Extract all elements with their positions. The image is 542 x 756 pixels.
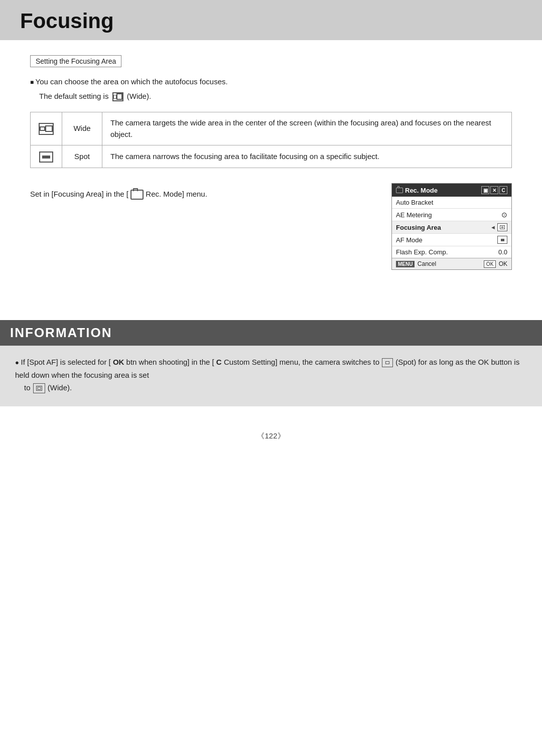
wide-icon-cell	[31, 112, 62, 145]
ae-metering-label: AE Metering	[396, 211, 432, 219]
information-content: If [Spot AF] is selected for [ OK btn wh…	[0, 346, 542, 406]
table-row: Wide The camera targets the wide area in…	[31, 112, 512, 145]
spot-description: The camera narrows the focusing area to …	[110, 152, 379, 161]
spot-focus-icon	[39, 152, 53, 163]
spot-label: Spot	[74, 152, 90, 161]
intro-text-line1: You can choose the area on which the aut…	[30, 76, 512, 88]
page-number-text: 《122》	[257, 431, 285, 440]
rec-mode-icon-d: ▣	[481, 186, 489, 194]
arrow-left-icon: ◄	[490, 224, 496, 230]
wide-focus-icon	[39, 123, 54, 135]
focusing-area-icon	[497, 223, 507, 231]
af-mode-icon	[497, 236, 507, 244]
info-to-text: to (Wide).	[15, 383, 72, 392]
page-content: Setting the Focusing Area You can choose…	[0, 40, 542, 305]
wide-description: The camera targets the wide area in the …	[110, 118, 491, 138]
information-section: INFORMATION If [Spot AF] is selected for…	[0, 320, 542, 406]
wide-label: Wide	[73, 124, 90, 132]
page-number: 《122》	[0, 431, 542, 456]
spot-icon-cell	[31, 145, 62, 168]
page-header: Focusing	[0, 0, 542, 40]
page-title: Focusing	[20, 9, 522, 33]
menu-btn: MENU	[396, 261, 415, 267]
rec-mode-row-focusing-area: Focusing Area ◄	[392, 221, 511, 234]
rec-mode-header-icons: ▣ ✕ C	[481, 186, 507, 194]
rec-mode-row-auto-bracket: Auto Bracket	[392, 197, 511, 209]
rec-mode-icon-x: ✕	[490, 186, 498, 194]
wide-icon-info	[33, 383, 45, 393]
spot-icon-info	[382, 358, 393, 367]
ok-btn: OK	[484, 260, 496, 268]
footer-cancel-area: MENU Cancel	[396, 260, 436, 267]
ok-label: OK	[499, 260, 507, 267]
auto-bracket-label: Auto Bracket	[396, 199, 433, 206]
wide-name-cell: Wide	[62, 112, 102, 145]
information-title: INFORMATION	[10, 325, 112, 340]
focusing-area-value: ◄	[490, 223, 507, 231]
rec-mode-row-af-mode: AF Mode	[392, 234, 511, 246]
rec-mode-footer: MENU Cancel OK OK	[392, 258, 511, 269]
camera-rec-icon	[130, 190, 144, 200]
footer-ok-area: OK OK	[484, 260, 507, 267]
rec-mode-title: Rec. Mode	[405, 187, 438, 194]
flash-exp-value: 0.0	[498, 248, 507, 256]
intro-text-line2: The default setting is (Wide).	[30, 91, 512, 102]
ae-metering-value: ⊙	[501, 211, 507, 219]
flash-exp-label: Flash Exp. Comp.	[396, 248, 448, 256]
wide-desc-cell: The camera targets the wide area in the …	[102, 112, 512, 145]
information-header: INFORMATION	[0, 320, 542, 346]
rec-mode-icon-c: C	[499, 186, 507, 194]
spot-name-cell: Spot	[62, 145, 102, 168]
focus-table: Wide The camera targets the wide area in…	[30, 112, 512, 168]
menu-area: Set in [Focusing Area] in the [ Rec. Mod…	[30, 183, 512, 270]
rec-mode-row-flash-exp: Flash Exp. Comp. 0.0	[392, 246, 511, 258]
wide-icon-inner	[113, 95, 117, 99]
af-mode-label: AF Mode	[396, 236, 423, 244]
rec-mode-row-ae-metering: AE Metering ⊙	[392, 209, 511, 221]
rec-mode-header: Rec. Mode ▣ ✕ C	[392, 184, 511, 197]
rec-mode-rows: Auto Bracket AE Metering ⊙ Focusing Area…	[392, 197, 511, 258]
section-label: Setting the Focusing Area	[30, 55, 121, 67]
focusing-area-label: Focusing Area	[396, 224, 441, 231]
ok-text-bold: OK	[113, 358, 124, 366]
info-bullet-text: If [Spot AF] is selected for [ OK btn wh…	[15, 356, 527, 394]
cancel-label: Cancel	[418, 260, 436, 267]
wide-icon-inline	[112, 92, 123, 101]
rec-mode-menu-box: Rec. Mode ▣ ✕ C Auto Bracket AE Metering…	[391, 183, 512, 270]
spot-desc-cell: The camera narrows the focusing area to …	[102, 145, 512, 168]
custom-c-bold: C	[216, 358, 222, 366]
menu-instruction-text: Set in [Focusing Area] in the [ Rec. Mod…	[30, 183, 376, 200]
table-row: Spot The camera narrows the focusing are…	[31, 145, 512, 168]
rec-mode-camera-icon	[396, 188, 403, 193]
